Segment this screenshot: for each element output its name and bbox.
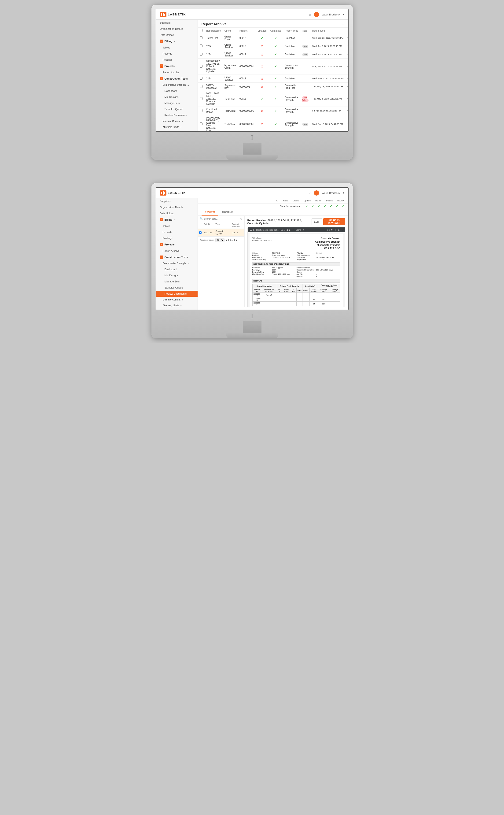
col-emailed-1[interactable]: Emailed [256,28,268,34]
pdf-minus-zoom[interactable]: － [292,228,294,231]
sidebar-item-org-details-2[interactable]: Organization Details [156,204,198,210]
sidebar-projects-header-1[interactable]: P Projects [156,63,198,69]
sidebar-tables-2[interactable]: Tables [156,223,198,229]
pagination-prev[interactable]: ◀ [225,239,227,241]
sidebar-item-suppliers-1[interactable]: Suppliers [156,20,198,26]
sidebar-item-data-upload-1[interactable]: Data Upload [156,32,198,38]
row-checkbox-1[interactable] [200,44,202,47]
row-checkbox-review[interactable] [199,231,202,234]
pdf-fullscreen-icon[interactable]: ⛶ [327,229,330,231]
table-row[interactable]: 00012, 2023-04-16, 1211122, Concrete Cyl… [198,91,348,107]
filter-icon-1[interactable]: ☰ [342,22,344,26]
table-row[interactable]: Combined Report Test Client 00000000001 … [198,107,348,115]
pdf-plus-zoom[interactable]: ＋ [302,228,305,231]
sidebar-item-suppliers-2[interactable]: Suppliers [156,198,198,204]
pagination-next[interactable]: ▶ [236,239,238,241]
row-dots-menu[interactable]: ••• [347,97,348,100]
sidebar-billing-header-2[interactable]: B Billing ▲ [156,216,198,223]
row-dots-menu[interactable]: ••• [347,53,348,56]
row-checkbox-3[interactable] [200,65,202,68]
col-project-1[interactable]: Project [238,28,256,34]
col-report-name-1[interactable]: Report Name [204,28,223,34]
actions-cell[interactable]: ••• [346,59,348,74]
col-type[interactable]: Type [216,223,232,228]
pdf-more-icon[interactable]: ⋮ [341,229,343,231]
col-date-1[interactable]: Date Saved [310,28,345,34]
mark-reviewed-button[interactable]: MARK AS REVIEWED [323,218,345,225]
sidebar-construction-header-2[interactable]: C Construction Tests [156,254,198,260]
sidebar-review-docs-2[interactable]: Review Documents [156,291,198,297]
atterberg-header-1[interactable]: Atterberg Limits ▾ [156,124,198,130]
row-checkbox-0[interactable] [200,36,202,39]
sidebar-projects-header-2[interactable]: P Projects [156,241,198,248]
sidebar-report-archive-1[interactable]: Report Archive [156,69,198,75]
sidebar-manage-sets-2[interactable]: Manage Sets [156,278,198,284]
row-checkbox-4[interactable] [200,77,202,80]
row-dots-menu[interactable]: ••• [347,44,348,48]
actions-cell[interactable]: ••• [346,74,348,83]
sidebar-item-org-details-1[interactable]: Organization Details [156,26,198,32]
row-dots-menu[interactable]: ••• [347,77,348,80]
home-icon-1[interactable]: ⌂ [309,13,311,16]
moisture-content-header-1[interactable]: Moisture Content ▾ [156,118,198,124]
col-client-1[interactable]: Client [223,28,238,34]
col-tags-1[interactable]: Tags [300,28,311,34]
pdf-download-icon[interactable]: ⬇ [334,229,336,231]
row-dots-menu[interactable]: ••• [347,65,348,68]
review-list-row[interactable]: 1211122 Concrete Cylinder 00012 Sun, Apr [198,229,244,236]
sidebar-records-1[interactable]: Records [156,51,198,57]
actions-cell[interactable]: ••• [346,91,348,107]
rows-per-page-select[interactable]: 10 25 50 [215,238,224,242]
actions-cell[interactable]: ••• [346,34,348,42]
sidebar-mix-designs-1[interactable]: Mix Designs [156,94,198,100]
table-row[interactable]: 1234 Greg's Services 00012 ⊘ ✔ Gradation… [198,50,348,59]
actions-cell[interactable]: ••• [346,115,348,131]
table-row[interactable]: Trevor Test Greg's Services 00012 ✔ ✔ Gr… [198,34,348,42]
compressive-strength-header-2[interactable]: Compressive Strength ▲ [156,260,198,266]
pdf-next-page[interactable]: ▶ [289,229,291,231]
actions-cell[interactable]: ••• [346,50,348,59]
moisture-content-header-2[interactable]: Moisture Content ▾ [156,297,198,302]
row-dots-menu[interactable]: ••• [347,36,348,40]
sidebar-mix-designs-2[interactable]: Mix Designs [156,272,198,278]
compressive-strength-header-1[interactable]: Compressive Strength ▲ [156,82,198,88]
pdf-prev-page[interactable]: ◀ [286,229,288,231]
table-row[interactable]: 1234 Greg's Services 00012 ⊘ ✔ Gradation… [198,42,348,50]
sidebar-dashboard-2[interactable]: Dashboard [156,266,198,272]
pdf-rotate-icon[interactable]: ↻ [331,229,333,231]
home-icon-2[interactable]: ⌂ [309,191,311,195]
actions-cell[interactable]: ••• [346,42,348,50]
row-dots-menu[interactable]: ••• [347,85,348,88]
sidebar-postings-2[interactable]: Postings [156,235,198,241]
sidebar-construction-header-1[interactable]: C Construction Tests [156,75,198,82]
sidebar-billing-header-1[interactable]: B Billing ▲ [156,38,198,44]
search-input[interactable] [204,217,239,220]
pdf-print-icon[interactable]: 🖶 [338,229,340,231]
tab-archive[interactable]: ARCHIVE [218,209,236,216]
atterberg-header-2[interactable]: Atterberg Limits ▾ [156,302,198,308]
filter-toggle-icon[interactable]: ⚙ [240,217,243,220]
table-row[interactable]: 00000000001, 2023-01-25, Cobra9, Concret… [198,59,348,74]
col-set-id[interactable]: Set ID [204,223,216,228]
actions-cell[interactable]: ••• [346,107,348,115]
table-row[interactable]: 0000000001, 2022-06-20, Australia 2am, C… [198,115,348,131]
table-row[interactable]: 1234 Greg's Services 00012 ⊘ ✔ Gradation… [198,74,348,83]
col-report-type-1[interactable]: Report Type [283,28,300,34]
row-checkbox-2[interactable] [200,53,202,55]
sidebar-manage-sets-1[interactable]: Manage Sets [156,100,198,106]
sidebar-dashboard-1[interactable]: Dashboard [156,88,198,94]
select-all-checkbox-1[interactable] [200,29,202,32]
row-dots-menu[interactable]: ••• [347,109,348,112]
actions-cell[interactable]: ••• [346,83,348,91]
user-dropdown-arrow-1[interactable]: ▾ [343,13,344,16]
sidebar-report-archive-2[interactable]: Report Archive [156,248,198,254]
table-row[interactable]: 76277 - 00000002 Seymour's Bay 00000002 … [198,83,348,91]
sidebar-tables-1[interactable]: Tables [156,44,198,51]
sidebar-samples-queue-1[interactable]: Samples Queue [156,106,198,112]
sidebar-item-data-upload-2[interactable]: Data Upload [156,210,198,216]
row-checkbox-5[interactable] [200,85,202,88]
sidebar-postings-1[interactable]: Postings [156,57,198,63]
edit-button[interactable]: EDIT [312,218,322,225]
hamburger-icon[interactable]: ☰ [250,228,252,231]
sidebar-samples-queue-2[interactable]: Samples Queue [156,284,198,291]
